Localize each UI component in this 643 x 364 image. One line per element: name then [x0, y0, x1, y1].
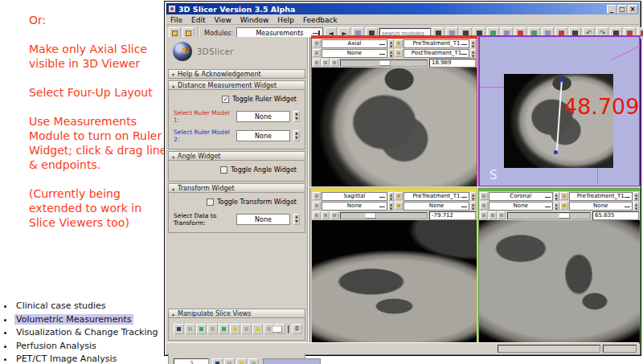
slice-visibility-icon[interactable] — [322, 59, 330, 67]
spinner[interactable]: ▲▼ — [388, 202, 394, 211]
minimize-button[interactable]: _ — [607, 5, 616, 14]
axial-offset-field[interactable]: 18.989 — [429, 59, 476, 67]
spinner[interactable]: ▲▼ — [388, 192, 394, 201]
slice-fit-icon[interactable] — [185, 324, 195, 334]
ruler-model1-select[interactable]: None — [236, 111, 290, 122]
coronal-background-select[interactable]: None — [569, 202, 633, 211]
angle-section-header[interactable]: ▴ Angle Widget — [168, 151, 305, 161]
slice-crosshair-icon[interactable] — [241, 324, 252, 334]
slice-views-section-header[interactable]: ▴ Manipulate Slice Views — [168, 309, 305, 318]
spinner[interactable]: ▲▼ — [633, 192, 639, 201]
ruler-model2-spinner[interactable]: ▲▼ — [293, 130, 300, 141]
slice-layout-icon[interactable] — [219, 324, 229, 334]
axial-background-select[interactable]: PostTreatment_T1 — [403, 49, 469, 58]
coronal-offset-slider[interactable] — [507, 212, 591, 219]
coronal-foreground-select[interactable]: PreTreatment_T1 — [569, 192, 633, 201]
coronal-labelmap-select[interactable]: None — [489, 202, 553, 211]
ruler-endpoint[interactable] — [554, 150, 558, 154]
slice-visibility-icon[interactable] — [174, 324, 184, 334]
background-layer-icon[interactable] — [560, 202, 568, 210]
help-section-header[interactable]: ▾ Help & Acknowledgement — [168, 69, 305, 79]
spinner[interactable]: ▲▼ — [470, 192, 476, 201]
menu-help[interactable]: Help — [277, 16, 294, 24]
slice-fit-icon[interactable] — [330, 59, 338, 67]
sagittal-labelmap-select[interactable]: None — [322, 202, 387, 211]
spin-view-icon[interactable] — [224, 358, 235, 364]
toggle-angle-checkbox[interactable] — [220, 166, 227, 174]
sagittal-offset-slider[interactable] — [340, 212, 428, 219]
distance-section-header[interactable]: ▴ Distance Measurement Widget — [168, 80, 305, 90]
agenda-item: PET/CT Image Analysis — [14, 353, 159, 364]
navigation-preview[interactable] — [263, 358, 321, 364]
camera-icon[interactable] — [236, 358, 247, 364]
toggle-transform-checkbox[interactable] — [207, 198, 214, 206]
menu-window[interactable]: Window — [240, 16, 269, 24]
panel-splitter[interactable] — [308, 37, 310, 344]
axial-labelmap-select[interactable]: None — [322, 49, 387, 58]
foreground-layer-icon[interactable] — [560, 192, 568, 200]
sagittal-orientation-select[interactable]: Sagittal — [322, 192, 387, 201]
slice-fit-icon[interactable] — [498, 211, 506, 219]
maximize-button[interactable]: □ — [617, 5, 627, 14]
slice-link-icon[interactable] — [313, 39, 321, 47]
axial-orientation-select[interactable]: Axial — [322, 39, 387, 48]
slice-opacity-slider[interactable] — [288, 325, 289, 333]
spinner[interactable]: ▲▼ — [470, 49, 476, 58]
orientation-compass[interactable]: S I P L R A — [174, 358, 209, 364]
ruler-model2-select[interactable]: None — [236, 130, 290, 141]
title-bar[interactable]: 3D Slicer Version 3.5 Alpha _ □ × — [166, 3, 639, 14]
spinner[interactable]: ▲▼ — [470, 39, 476, 48]
slice-options-icon[interactable] — [313, 211, 321, 219]
background-layer-icon[interactable] — [395, 202, 403, 210]
labelmap-layer-icon[interactable] — [313, 202, 321, 210]
labelmap-layer-icon[interactable] — [480, 202, 488, 210]
slice-reset-button[interactable]: 0 — [292, 324, 302, 334]
slice-label-opacity-icon[interactable] — [196, 324, 207, 334]
axial-foreground-select[interactable]: PreTreatment_T1 — [403, 39, 469, 48]
axial-slice-image[interactable] — [312, 67, 477, 186]
slice-options-icon[interactable] — [313, 59, 321, 67]
menu-edit[interactable]: Edit — [191, 16, 205, 24]
labelmap-layer-icon[interactable] — [313, 49, 321, 57]
slice-visibility-icon[interactable] — [489, 211, 497, 219]
viewer-3d-canvas[interactable]: 48.709 S — [478, 35, 641, 187]
transform-data-select[interactable]: None — [236, 214, 290, 225]
menu-file[interactable]: File — [170, 16, 182, 24]
foreground-layer-icon[interactable] — [395, 192, 403, 200]
menu-view[interactable]: View — [215, 16, 231, 24]
ruler-endpoint[interactable] — [559, 78, 563, 82]
close-button[interactable]: × — [628, 5, 637, 14]
spinner[interactable]: ▲▼ — [388, 49, 394, 58]
spinner[interactable]: ▲▼ — [388, 39, 394, 48]
spinner[interactable]: ▲▼ — [470, 202, 476, 211]
slice-visibility-icon[interactable] — [322, 211, 330, 219]
slice-grid-icon[interactable] — [252, 324, 263, 334]
foreground-layer-icon[interactable] — [395, 39, 403, 47]
transform-section-header[interactable]: ▴ Transform Widget — [168, 183, 305, 193]
spinner[interactable]: ▲▼ — [554, 192, 559, 201]
coronal-offset-field[interactable]: 65.635 — [592, 211, 639, 220]
spinner[interactable]: ▲▼ — [554, 202, 559, 211]
axial-offset-slider[interactable] — [340, 59, 428, 67]
zoom-in-icon[interactable] — [248, 358, 259, 364]
background-layer-icon[interactable] — [395, 49, 403, 57]
slice-fit-icon[interactable] — [330, 211, 338, 219]
sagittal-foreground-select[interactable]: PreTreatment_T1 — [403, 192, 469, 201]
ruler-model1-label: Select Ruler Model 1: — [174, 109, 233, 124]
coronal-orientation-select[interactable]: Coronal — [489, 192, 553, 201]
sagittal-background-select[interactable]: None — [403, 202, 469, 211]
slice-link-icon[interactable] — [480, 192, 488, 200]
toggle-ruler-checkbox[interactable]: ✓ — [222, 96, 229, 103]
sagittal-slice-image[interactable] — [312, 220, 477, 343]
menu-feedback[interactable]: Feedback — [303, 16, 338, 24]
ruler-model1-spinner[interactable]: ▲▼ — [293, 111, 300, 122]
spinner[interactable]: ▲▼ — [633, 202, 639, 211]
transform-data-spinner[interactable]: ▲▼ — [293, 214, 300, 225]
sagittal-offset-field[interactable]: -79.712 — [429, 211, 476, 220]
slice-link-icon[interactable] — [207, 324, 218, 334]
slice-options-icon[interactable] — [480, 211, 488, 219]
slice-annotation-icon[interactable] — [230, 324, 240, 334]
rotate-view-icon[interactable] — [212, 358, 223, 364]
coronal-slice-image[interactable] — [479, 220, 640, 343]
slice-link-icon[interactable] — [313, 192, 321, 200]
